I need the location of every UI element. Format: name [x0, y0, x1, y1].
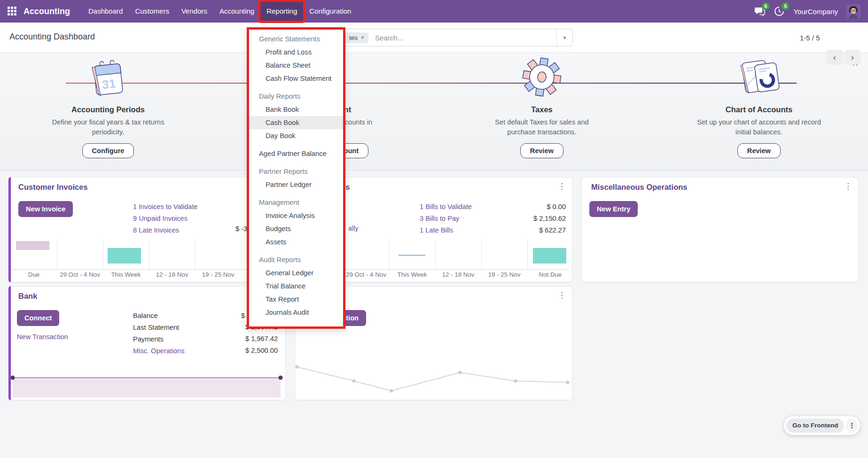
app-brand[interactable]: Accounting: [23, 7, 70, 16]
pager-range: 1-5 / 5: [800, 34, 820, 42]
chevron-down-icon: ▾: [563, 35, 566, 41]
nav-item-accounting[interactable]: Accounting: [213, 0, 260, 23]
card-title[interactable]: Customer Invoices: [18, 183, 88, 192]
configure-button[interactable]: Configure: [82, 143, 134, 158]
step-description: Set default Taxes for sales and purchase…: [481, 117, 603, 137]
search-input[interactable]: Search...: [375, 34, 556, 42]
x-label: 12 - 18 Nov: [442, 271, 475, 278]
facet-remove-icon[interactable]: ×: [361, 34, 364, 41]
pager-previous-button[interactable]: ‹: [826, 50, 843, 65]
menu-item-aged-partner-balance[interactable]: Aged Partner Balance: [249, 147, 343, 160]
accounting-dashboard-screen: Accounting Dashboard Customers Vendors A…: [0, 0, 868, 458]
step-description: Set up your chart of accounts and record…: [693, 117, 825, 137]
menu-item-invoice-analysis[interactable]: Invoice Analysis: [249, 209, 343, 222]
menu-item-trial-balance[interactable]: Trial Balance: [249, 279, 343, 293]
bar-not-due: [533, 248, 566, 264]
top-navbar: Accounting Dashboard Customers Vendors A…: [0, 0, 868, 23]
x-label: 19 - 25 Nov: [202, 271, 235, 278]
step-title: Chart of Accounts: [684, 105, 834, 114]
search-options-toggle[interactable]: ▾: [556, 29, 572, 46]
fab-more-options-icon[interactable]: ⋮: [846, 419, 858, 433]
user-avatar[interactable]: [846, 4, 860, 18]
menu-item-tax-report[interactable]: Tax Report: [249, 293, 343, 306]
svg-text:31: 31: [102, 76, 117, 92]
menu-item-assets[interactable]: Assets: [249, 235, 343, 248]
x-label: Not Due: [539, 271, 562, 278]
unpaid-invoices-link[interactable]: 9 Unpaid Invoices: [133, 215, 198, 222]
bills-to-pay-amount: $ 2,150.62: [533, 215, 566, 222]
late-invoices-amount: $ -3: [235, 225, 247, 233]
chart-donut-icon: [684, 53, 834, 101]
menu-item-profit-and-loss[interactable]: Profit and Loss: [249, 46, 343, 59]
new-entry-button[interactable]: New Entry: [589, 201, 638, 217]
menu-item-cash-book[interactable]: Cash Book: [249, 116, 343, 129]
facet-label: tes: [349, 34, 358, 41]
kebab-menu-icon[interactable]: ⋮: [558, 181, 566, 191]
onboarding-step-chart-of-accounts: Chart of Accounts Set up your chart of a…: [684, 53, 834, 158]
menu-header-daily-reports: Daily Reports: [249, 90, 343, 103]
menu-header-generic-statements: Generic Statements: [249, 32, 343, 46]
invoices-to-validate-link[interactable]: 1 Invoices to Validate: [133, 203, 198, 210]
x-label: 19 - 25 Nov: [488, 271, 521, 278]
review-chart-of-accounts-button[interactable]: Review: [737, 143, 781, 158]
bills-to-pay-link[interactable]: 3 Bills to Pay: [420, 215, 472, 222]
late-bills-amount: $ 622.27: [539, 226, 566, 234]
customer-invoices-bar-chart: [11, 240, 282, 270]
kebab-menu-icon[interactable]: ⋮: [844, 181, 852, 191]
menu-item-cash-flow-statement[interactable]: Cash Flow Statement: [249, 72, 343, 85]
control-panel: Accounting Dashboard tes × Search... ▾ 1…: [0, 23, 868, 53]
menu-item-bank-book[interactable]: Bank Book: [249, 103, 343, 116]
menu-header-management: Management: [249, 196, 343, 209]
bills-to-validate-link[interactable]: 1 Bills to Validate: [420, 203, 472, 210]
messages-badge: 6: [762, 2, 769, 10]
new-invoice-button[interactable]: New Invoice: [18, 201, 73, 217]
activity-clock-icon[interactable]: 5: [774, 6, 785, 17]
company-switcher[interactable]: YourCompany: [793, 8, 838, 16]
apps-grid-icon[interactable]: [8, 7, 17, 16]
menu-item-general-ledger[interactable]: General Ledger: [249, 266, 343, 279]
nav-item-configuration[interactable]: Configuration: [303, 0, 357, 23]
card-miscellaneous-operations: Miscellaneous Operations ⋮ New Entry: [581, 177, 859, 282]
menu-item-balance-sheet[interactable]: Balance Sheet: [249, 59, 343, 72]
card-bank: Bank Connect New Transaction Balance Las…: [8, 286, 286, 400]
nav-item-customers[interactable]: Customers: [129, 0, 175, 23]
bank-balance-area-chart: [9, 287, 286, 401]
activity-badge: 5: [782, 2, 789, 10]
pager-next-button[interactable]: ›: [844, 50, 861, 65]
menu-item-day-book[interactable]: Day Book: [249, 129, 343, 142]
late-bills-link[interactable]: 1 Late Bills: [420, 226, 472, 234]
frontend-fab: Go to Frontend ⋮: [784, 416, 860, 435]
card-title[interactable]: Miscellaneous Operations: [591, 183, 687, 192]
menu-header-audit-reports: Audit Reports: [249, 253, 343, 266]
calendar-icon: 31: [33, 53, 183, 101]
x-label: Due: [28, 271, 39, 278]
x-label: 12 - 18 Nov: [156, 271, 188, 278]
onboarding-step-taxes: Taxes Set default Taxes for sales and pu…: [467, 53, 617, 158]
nav-item-reporting[interactable]: Reporting: [260, 2, 303, 21]
purchase-link-fragment[interactable]: ally: [348, 225, 359, 232]
bar-this-week-small: [399, 255, 425, 256]
go-to-frontend-button[interactable]: Go to Frontend: [786, 419, 844, 433]
x-label: This Week: [111, 271, 141, 278]
chart-x-labels: Due 29 Oct - 4 Nov This Week 12 - 18 Nov…: [11, 271, 287, 279]
menu-item-partner-ledger[interactable]: Partner Ledger: [249, 178, 343, 191]
nav-item-vendors[interactable]: Vendors: [175, 0, 213, 23]
search-bar[interactable]: tes × Search... ▾: [332, 29, 573, 47]
messages-icon[interactable]: 6: [754, 6, 765, 17]
menu-item-budgets[interactable]: Budgets: [249, 222, 343, 235]
menu-header-partner-reports: Partner Reports: [249, 165, 343, 178]
reporting-dropdown-menu: Generic Statements Profit and Loss Balan…: [247, 27, 345, 329]
x-label: 29 Oct - 4 Nov: [346, 271, 386, 278]
review-taxes-button[interactable]: Review: [520, 143, 563, 158]
x-label: This Week: [398, 271, 427, 278]
bar-this-week: [108, 248, 141, 264]
menu-item-journals-audit[interactable]: Journals Audit: [249, 306, 343, 319]
nav-item-dashboard[interactable]: Dashboard: [82, 0, 129, 23]
step-description: Define your fiscal years & tax returns p…: [49, 117, 167, 137]
gear-icon: [467, 53, 617, 101]
late-invoices-link[interactable]: 8 Late Invoices: [133, 226, 198, 234]
bar-due: [16, 241, 49, 250]
onboarding-banner: 31 Accounting Periods Define your fiscal…: [0, 53, 868, 171]
step-title: Accounting Periods: [33, 105, 183, 114]
bills-to-validate-amount: $ 0.00: [547, 203, 566, 210]
